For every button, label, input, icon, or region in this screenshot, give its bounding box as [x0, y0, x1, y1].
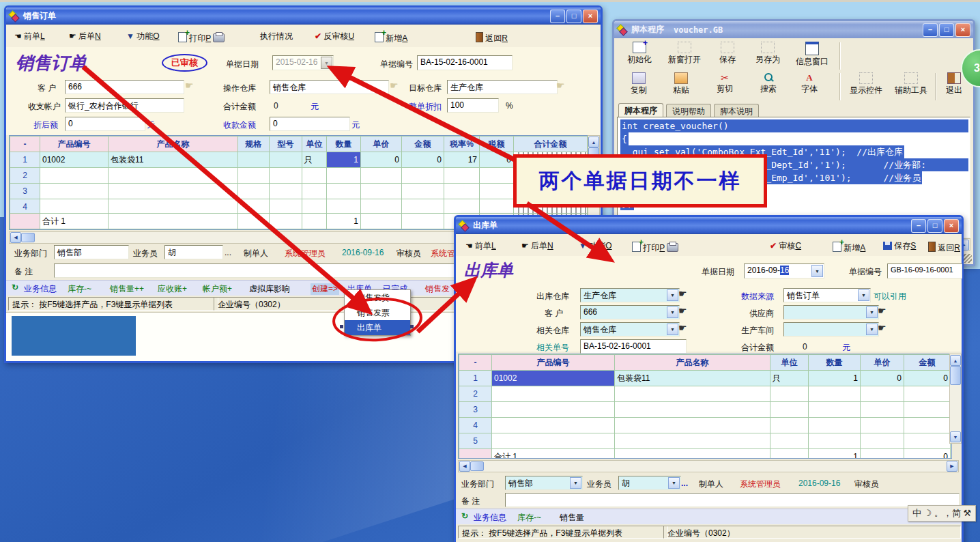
close-button[interactable]: × — [583, 10, 598, 23]
cell-price[interactable] — [361, 199, 402, 215]
init-button[interactable]: 初始化 — [618, 41, 661, 70]
cell-price[interactable] — [861, 418, 904, 433]
search-button[interactable]: 搜索 — [749, 72, 788, 100]
refresh-icon[interactable]: ↻ — [461, 511, 468, 521]
cell-unit[interactable]: 只 — [770, 371, 809, 386]
cell-spec[interactable] — [238, 184, 270, 199]
doc-no-input[interactable]: GB-16-09-16-0001 — [887, 263, 962, 279]
cell-amount[interactable] — [402, 168, 444, 184]
cell-amount[interactable]: 0 — [402, 152, 444, 168]
table-row[interactable]: 3 — [10, 184, 588, 199]
audit-button[interactable]: ✔ 审核C — [770, 240, 801, 252]
data-source-combo[interactable]: 销售订单▼ — [783, 288, 871, 302]
cell-unit[interactable]: 只 — [302, 152, 327, 168]
cell-taxrate[interactable] — [444, 184, 480, 199]
dropdown-icon[interactable]: ▼ — [866, 306, 878, 318]
discount-input[interactable]: 100 — [447, 98, 499, 113]
cell-name[interactable] — [615, 402, 770, 418]
cell-qty[interactable] — [809, 433, 861, 449]
cell-qty[interactable]: 1 — [809, 371, 861, 386]
outbound-window-titlebar[interactable]: 出库单 – □ × — [456, 217, 962, 234]
cell-qty[interactable] — [327, 199, 361, 215]
menu-item-sales-invoice[interactable]: 销售发票 — [345, 305, 410, 320]
cell-code-selected[interactable]: 01002 — [492, 371, 615, 386]
cell-price[interactable] — [861, 386, 904, 402]
save-as-button[interactable]: 另存为 — [748, 41, 788, 70]
dropdown-icon[interactable]: ▼ — [667, 306, 678, 318]
cell-amount[interactable] — [904, 402, 951, 418]
save-button[interactable]: 保存 — [710, 41, 745, 70]
dropdown-icon[interactable]: ▼ — [866, 324, 878, 335]
create-link[interactable]: 创建=> — [311, 283, 339, 295]
print-button[interactable]: 打印P — [178, 31, 225, 44]
close-button[interactable]: × — [955, 23, 970, 37]
menu-item-sales-shipment[interactable]: 销售发货 — [345, 290, 410, 305]
picker-hand-icon[interactable]: ☛ — [185, 80, 194, 91]
info-window-button[interactable]: 信息窗口 — [790, 41, 834, 70]
cell-amount[interactable] — [402, 184, 444, 199]
scroll-up-button[interactable]: ▲ — [950, 355, 961, 366]
related-warehouse-combo[interactable]: 销售仓库▼ — [580, 322, 680, 337]
date-combobox[interactable]: 2016-09-16 ▼ — [744, 263, 824, 279]
dept-input[interactable]: 销售部 — [54, 245, 129, 259]
prev-doc-button[interactable]: ☚ 前单L — [465, 240, 496, 252]
cell-name[interactable] — [615, 433, 770, 449]
aux-tools-button[interactable]: 辅助工具 — [890, 72, 932, 100]
cell-model[interactable] — [270, 199, 302, 215]
cell-code[interactable] — [40, 184, 109, 199]
virtual-stock-link[interactable]: 虚拟库影响 — [249, 283, 290, 295]
date-combobox[interactable]: 2015-02-16▼ — [272, 55, 334, 70]
cell-taxrate[interactable] — [444, 168, 480, 184]
cell-price[interactable] — [361, 184, 402, 199]
table-row[interactable]: 3 — [459, 402, 951, 418]
scroll-thumb[interactable] — [470, 461, 484, 471]
cell-name[interactable] — [109, 199, 238, 215]
stock-link[interactable]: 库存-~ — [68, 283, 91, 295]
table-row[interactable]: 1 01002 包装袋11 只 1 0 0 — [459, 371, 951, 386]
cell-qty[interactable] — [327, 184, 361, 199]
cell-qty[interactable] — [809, 402, 861, 418]
cell-code[interactable] — [40, 168, 109, 184]
target-warehouse-input[interactable]: 生产仓库 — [447, 80, 558, 94]
dropdown-icon[interactable]: ▼ — [570, 477, 581, 489]
prev-doc-button[interactable]: ☚ 前单L — [14, 31, 45, 42]
scroll-right-button[interactable]: ▶ — [947, 461, 957, 472]
minimize-button[interactable]: – — [550, 10, 565, 23]
picker-hand-icon[interactable]: ☛ — [678, 322, 687, 333]
cell-unit[interactable] — [302, 199, 327, 215]
add-new-button[interactable]: 新增A — [833, 240, 865, 254]
cell-tax[interactable] — [480, 168, 514, 184]
maximize-button[interactable]: □ — [927, 219, 942, 233]
employee-combo[interactable]: 胡▼ — [618, 476, 681, 490]
close-button[interactable]: × — [944, 219, 959, 233]
dropdown-icon[interactable]: ▼ — [668, 477, 680, 489]
dropdown-icon[interactable]: ▼ — [811, 265, 823, 277]
cell-spec[interactable] — [238, 168, 270, 184]
cell-code[interactable] — [492, 433, 615, 449]
cell-spec[interactable] — [238, 199, 270, 215]
cell-qty-selected[interactable]: 1 — [327, 152, 361, 168]
cell-name[interactable] — [109, 184, 238, 199]
table-row[interactable]: 5 — [459, 433, 951, 449]
doc-no-input[interactable]: BA-15-02-16-0001 — [417, 55, 513, 70]
unaudit-button[interactable]: ✔ 反审核U — [315, 31, 354, 42]
cell-taxrate[interactable]: 17 — [444, 152, 480, 168]
cell-qty[interactable] — [327, 168, 361, 184]
cell-code[interactable]: 01002 — [40, 152, 109, 168]
minimize-button[interactable]: – — [911, 219, 926, 233]
scroll-left-button[interactable]: ◀ — [459, 461, 470, 472]
cut-button[interactable]: ✂剪切 — [706, 72, 744, 100]
cell-qty[interactable] — [809, 386, 861, 402]
cell-amount[interactable] — [904, 418, 951, 433]
cell-price[interactable]: 0 — [861, 371, 904, 386]
discounted-input[interactable]: 0 — [65, 117, 145, 131]
cell-name[interactable] — [615, 386, 770, 402]
more-button[interactable]: ... — [225, 248, 231, 257]
cell-price[interactable]: 0 — [361, 152, 402, 168]
outbound-hscrollbar[interactable]: ◀ ▶ — [458, 460, 959, 472]
cell-price[interactable] — [861, 433, 904, 449]
scroll-thumb[interactable] — [21, 233, 35, 242]
cell-tax[interactable]: 0 — [480, 152, 514, 168]
add-new-button[interactable]: 新增A — [375, 31, 407, 44]
cell-tax[interactable] — [480, 184, 514, 199]
